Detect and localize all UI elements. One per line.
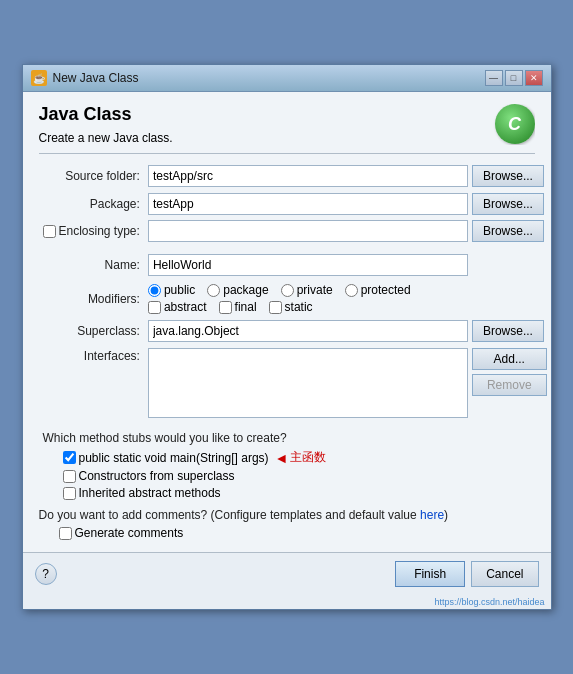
enclosing-type-input[interactable]	[148, 220, 468, 242]
finish-button[interactable]: Finish	[395, 561, 465, 587]
radio-public-input[interactable]	[148, 284, 161, 297]
inherited-checkbox-label[interactable]: Inherited abstract methods	[63, 486, 531, 500]
static-checkbox[interactable]	[269, 301, 282, 314]
checkbox-abstract[interactable]: abstract	[148, 300, 207, 314]
dialog-title: New Java Class	[53, 71, 139, 85]
abstract-checkbox[interactable]	[148, 301, 161, 314]
source-folder-row: Source folder: Browse...	[39, 162, 551, 190]
title-bar: ☕ New Java Class — □ ✕	[23, 65, 551, 92]
main-method-row: public static void main(String[] args) ◄…	[63, 449, 531, 466]
section-header: C Java Class Create a new Java class.	[39, 104, 535, 145]
package-browse-button[interactable]: Browse...	[472, 193, 544, 215]
package-label: Package:	[39, 190, 144, 218]
java-icon: ☕	[31, 70, 47, 86]
radio-protected-input[interactable]	[345, 284, 358, 297]
comments-question: Do you want to add comments? (Configure …	[39, 508, 535, 522]
watermark: https://blog.csdn.net/haidea	[23, 595, 551, 609]
interfaces-label: Interfaces:	[39, 345, 144, 421]
package-row: Package: Browse...	[39, 190, 551, 218]
title-bar-left: ☕ New Java Class	[31, 70, 139, 86]
modifiers-container: public package private	[148, 283, 547, 314]
radio-private[interactable]: private	[281, 283, 333, 297]
minimize-button[interactable]: —	[485, 70, 503, 86]
eclipse-logo: C	[495, 104, 535, 144]
separator	[39, 153, 535, 154]
main-method-checkbox-label[interactable]: public static void main(String[] args)	[63, 451, 269, 465]
constructors-label: Constructors from superclass	[79, 469, 235, 483]
inherited-checkbox[interactable]	[63, 487, 76, 500]
superclass-row: Superclass: Browse...	[39, 317, 551, 345]
comments-options: Generate comments	[39, 526, 535, 540]
checkbox-static[interactable]: static	[269, 300, 313, 314]
enclosing-type-checkbox[interactable]	[43, 225, 56, 238]
interfaces-buttons: Add... Remove	[472, 348, 547, 396]
dialog-body: C Java Class Create a new Java class. So…	[23, 92, 551, 552]
annotation-text: 主函数	[290, 449, 326, 466]
action-buttons: Finish Cancel	[395, 561, 538, 587]
superclass-browse-button[interactable]: Browse...	[472, 320, 544, 342]
cancel-button[interactable]: Cancel	[471, 561, 538, 587]
here-link[interactable]: here	[420, 508, 444, 522]
maximize-button[interactable]: □	[505, 70, 523, 86]
interfaces-row: Interfaces: Add... Remove	[39, 345, 551, 421]
name-input[interactable]	[148, 254, 468, 276]
name-row: Name:	[39, 251, 551, 279]
source-folder-browse-button[interactable]: Browse...	[472, 165, 544, 187]
package-input[interactable]	[148, 193, 468, 215]
modifiers-check-group: abstract final static	[148, 300, 547, 314]
form-table: Source folder: Browse... Package: Browse…	[39, 162, 551, 421]
stubs-section: Which method stubs would you like to cre…	[39, 431, 535, 500]
remove-interface-button[interactable]: Remove	[472, 374, 547, 396]
radio-package-input[interactable]	[207, 284, 220, 297]
help-button[interactable]: ?	[35, 563, 57, 585]
interfaces-textarea[interactable]	[148, 348, 468, 418]
generate-comments-checkbox[interactable]	[59, 527, 72, 540]
add-interface-button[interactable]: Add...	[472, 348, 547, 370]
checkbox-final[interactable]: final	[219, 300, 257, 314]
modifiers-label: Modifiers:	[39, 279, 144, 317]
enclosing-type-browse-button[interactable]: Browse...	[472, 220, 544, 242]
java-icon-text: ☕	[33, 73, 45, 84]
generate-comments-label[interactable]: Generate comments	[59, 526, 535, 540]
inherited-label: Inherited abstract methods	[79, 486, 221, 500]
modifiers-row: Modifiers: public package	[39, 279, 551, 317]
title-controls: — □ ✕	[485, 70, 543, 86]
enclosing-type-row: Enclosing type: Browse...	[39, 218, 551, 245]
enclosing-type-label: Enclosing type:	[59, 224, 140, 238]
stubs-options: public static void main(String[] args) ◄…	[43, 449, 531, 500]
main-method-checkbox[interactable]	[63, 451, 76, 464]
stubs-title: Which method stubs would you like to cre…	[43, 431, 531, 445]
radio-package[interactable]: package	[207, 283, 268, 297]
modifiers-radio-group: public package private	[148, 283, 547, 297]
constructors-checkbox-label[interactable]: Constructors from superclass	[63, 469, 531, 483]
radio-public[interactable]: public	[148, 283, 195, 297]
superclass-input[interactable]	[148, 320, 468, 342]
left-arrow-icon: ◄	[275, 450, 289, 466]
final-checkbox[interactable]	[219, 301, 232, 314]
constructors-checkbox[interactable]	[63, 470, 76, 483]
name-label: Name:	[39, 251, 144, 279]
generate-comments-text: Generate comments	[75, 526, 184, 540]
source-folder-label: Source folder:	[39, 162, 144, 190]
new-java-class-dialog: ☕ New Java Class — □ ✕ C Java Class Crea…	[22, 64, 552, 610]
section-subtitle: Create a new Java class.	[39, 131, 535, 145]
main-annotation: ◄ 主函数	[275, 449, 327, 466]
comments-section: Do you want to add comments? (Configure …	[39, 508, 535, 540]
radio-private-input[interactable]	[281, 284, 294, 297]
close-button[interactable]: ✕	[525, 70, 543, 86]
radio-protected[interactable]: protected	[345, 283, 411, 297]
main-method-label: public static void main(String[] args)	[79, 451, 269, 465]
superclass-label: Superclass:	[39, 317, 144, 345]
source-folder-input[interactable]	[148, 165, 468, 187]
enclosing-type-checkbox-label[interactable]: Enclosing type:	[43, 224, 140, 238]
button-bar: ? Finish Cancel	[23, 552, 551, 595]
section-title: Java Class	[39, 104, 535, 125]
